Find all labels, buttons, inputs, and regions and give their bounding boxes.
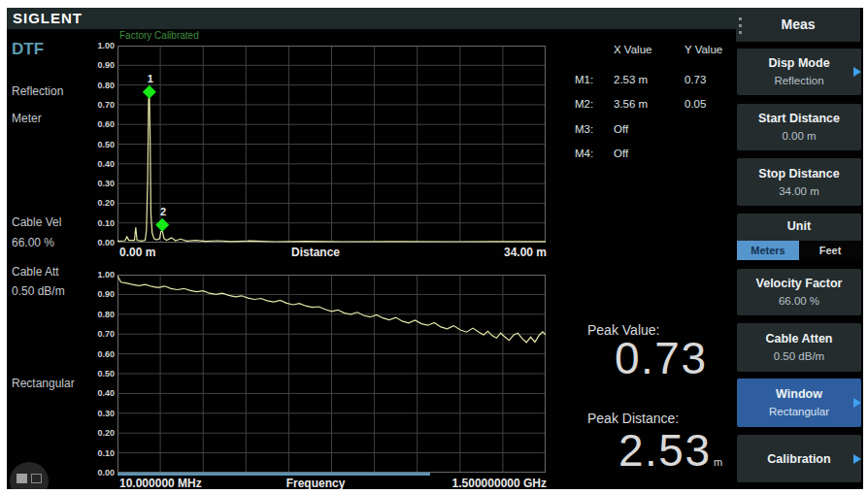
menu-grip-dot (739, 31, 742, 34)
marker-m2-y: 0.05 (684, 98, 706, 110)
menu-button-title: Window (776, 386, 822, 402)
ytick-label: 1.00 (87, 270, 115, 280)
marker-2-diamond[interactable] (155, 218, 169, 232)
marker-m3-x: Off (614, 123, 628, 135)
chart1-x-label: Distance (291, 246, 340, 259)
menu-button-stop-distance[interactable]: Stop Distance34.00 m (737, 158, 861, 206)
peak-distance: 2.53 (618, 424, 712, 477)
submenu-arrow-icon (853, 454, 861, 464)
menu-button-value: 34.00 m (779, 183, 819, 199)
menu-button-value: 0.00 m (782, 128, 816, 144)
chart-canvas: 12 (117, 46, 546, 243)
chart-canvas (117, 275, 546, 473)
dtf-distance-chart: 12 (117, 46, 546, 243)
sidebar-unit: Meter (12, 112, 42, 125)
menu-header: Meas (736, 8, 860, 42)
sidebar-cable-att-value: 0.50 dB/m (12, 284, 65, 298)
marker-m3-label: M3: (575, 123, 593, 135)
menu-button-title: Velocity Factor (756, 276, 843, 291)
siglent-logo: SIGLENT (13, 10, 83, 26)
unit-toggle-meters[interactable]: Meters (737, 241, 799, 260)
ytick-label: 0.70 (87, 100, 115, 110)
display-layout-icon[interactable] (10, 462, 49, 489)
mode-label: DTF (12, 40, 44, 59)
ytick-label: 0.40 (87, 159, 115, 169)
menu-button-title: Unit (787, 218, 811, 234)
ytick-label: 0.10 (87, 448, 115, 458)
calibration-status: Factory Calibrated (119, 30, 199, 41)
chart1-x-end: 34.00 m (504, 246, 547, 259)
marker-2-label: 2 (160, 206, 166, 217)
menu-button-value: 0.50 dB/m (774, 348, 824, 364)
chart1-x-start: 0.00 m (119, 246, 155, 259)
marker-row-m2: M2: 3.56 m 0.05 (575, 98, 759, 112)
menu-button-velocity-factor[interactable]: Velocity Factor66.00 % (737, 269, 861, 315)
marker-col-x: X Value (614, 44, 651, 55)
menu-button-start-distance[interactable]: Start Distance0.00 m (737, 104, 861, 150)
ytick-label: 0.90 (87, 60, 115, 70)
menu-button-window[interactable]: WindowRectangular (737, 379, 861, 427)
menu-button-cable-atten[interactable]: Cable Atten0.50 dB/m (737, 323, 861, 372)
ytick-label: 0.00 (87, 468, 115, 478)
menu-grip-dot (739, 17, 742, 20)
marker-m4-label: M4: (575, 148, 593, 159)
marker-m2-label: M2: (575, 98, 593, 110)
sidebar-cable-vel-value: 66.00 % (12, 236, 54, 249)
marker-table-header: X Value Y Value (575, 44, 759, 57)
ytick-label: 0.50 (87, 140, 115, 149)
display-layout-right-square (31, 474, 42, 483)
menu-button-calibration[interactable]: Calibration (737, 435, 861, 482)
chart2-x-end: 1.500000000 GHz (452, 477, 547, 489)
ytick-label: 0.30 (87, 409, 115, 418)
ytick-label: 0.50 (87, 369, 115, 379)
marker-col-y: Y Value (684, 44, 722, 55)
menu-button-value: 66.00 % (779, 293, 819, 309)
ytick-label: 0.60 (87, 349, 115, 359)
sidebar-display-mode: Reflection (12, 84, 63, 98)
ytick-label: 0.20 (87, 198, 115, 208)
menu-title: Meas (736, 8, 860, 42)
marker-m1-x: 2.53 m (614, 74, 648, 85)
marker-m1-y: 0.73 (684, 74, 706, 85)
menu-button-title: Cable Atten (766, 331, 833, 346)
ytick-label: 0.10 (87, 218, 115, 228)
ytick-label: 0.40 (87, 388, 115, 398)
chart2-x-start: 10.000000 MHz (119, 477, 202, 489)
menu-button-title: Calibration (767, 451, 830, 467)
marker-m2-x: 3.56 m (614, 98, 648, 110)
frequency-chart (117, 275, 546, 473)
ytick-label: 0.30 (87, 179, 115, 188)
submenu-arrow-icon (853, 67, 861, 77)
chart2-x-label: Frequency (286, 477, 346, 489)
top-bar: SIGLENT (7, 8, 736, 29)
peak-distance-unit: m (714, 456, 722, 468)
marker-m1-label: M1: (575, 74, 593, 85)
marker-m4-x: Off (614, 148, 628, 159)
menu-button-unit[interactable]: UnitMetersFeet (737, 214, 861, 260)
menu-button-title: Disp Mode (768, 55, 829, 71)
ytick-label: 0.60 (87, 119, 115, 129)
unit-toggle-feet[interactable]: Feet (799, 241, 861, 260)
ytick-label: 0.90 (87, 289, 115, 299)
menu-grip-dot (739, 24, 742, 27)
display-layout-left-square (17, 474, 27, 483)
menu-button-disp-mode[interactable]: Disp ModeReflection (737, 49, 861, 95)
menu-button-value: Rectangular (769, 404, 829, 419)
sidebar-window-type: Rectangular (12, 377, 75, 390)
ytick-label: 0.80 (87, 310, 115, 319)
menu-button-title: Stop Distance (758, 166, 839, 181)
menu-button-title: Start Distance (758, 111, 840, 126)
menu-button-value: Reflection (774, 73, 823, 88)
peak-value: 0.73 (615, 332, 708, 384)
marker-row-m3: M3: Off (575, 123, 759, 137)
marker-1-diamond[interactable] (143, 85, 156, 99)
ytick-label: 1.00 (87, 41, 115, 50)
marker-1-label: 1 (148, 73, 153, 84)
ytick-label: 0.00 (87, 238, 115, 247)
unit-toggle: MetersFeet (737, 241, 861, 260)
sweep-progress-line (117, 473, 430, 476)
ytick-label: 0.80 (87, 81, 115, 90)
ytick-label: 0.70 (87, 329, 115, 339)
sidebar-cable-vel-label: Cable Vel (12, 215, 61, 229)
ytick-label: 0.20 (87, 428, 115, 438)
